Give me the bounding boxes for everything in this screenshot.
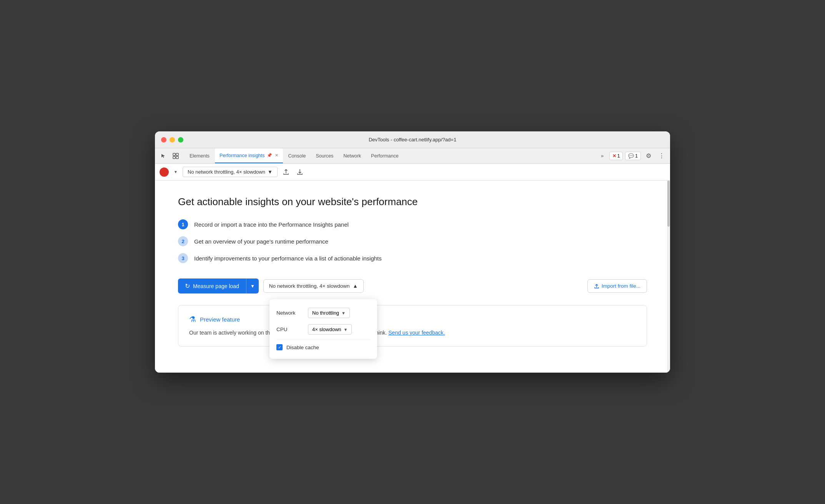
cursor-icon[interactable] [158,151,169,161]
error-icon: ✕ [612,153,616,159]
preview-feature-card: ⚗ Preview feature Our team is actively w… [178,305,647,346]
steps-list: 1 Record or import a trace into the Perf… [178,219,647,263]
network-arrow-icon: ▲ [353,283,358,289]
tabs-right-section: » ✕ 1 💬 1 ⚙ ⋮ [598,151,667,161]
step-number-3: 3 [178,253,188,263]
svg-rect-2 [173,156,175,159]
step-text-2: Get an overview of your page's runtime p… [194,238,328,245]
window-title: DevTools - coffee-cart.netlify.app/?ad=1 [369,137,456,143]
disable-cache-checkbox[interactable]: ✓ [276,344,283,350]
tab-close-icon[interactable]: ✕ [275,153,278,158]
svg-rect-3 [176,156,178,159]
step-item-2: 2 Get an overview of your page's runtime… [178,236,647,246]
toolbar-throttle-dropdown[interactable]: No network throttling, 4× slowdown ▼ [183,167,278,177]
throttle-popup: Network No throttling ▼ CPU 4× slowdown … [269,299,377,359]
network-select-arrow: ▼ [341,311,346,315]
titlebar: DevTools - coffee-cart.netlify.app/?ad=1 [155,131,670,148]
feedback-link[interactable]: Send us your feedback. [388,330,445,336]
preview-title: Preview feature [200,316,240,323]
main-content: Get actionable insights on your website'… [155,181,670,373]
svg-rect-0 [173,153,175,156]
measure-dropdown-button[interactable]: ▼ [246,279,259,293]
action-row: ↻ Measure page load ▼ No network throttl… [178,279,647,293]
measure-page-load-button[interactable]: ↻ Measure page load [178,279,246,293]
measure-arrow-icon: ▼ [250,284,255,289]
flask-icon: ⚗ [189,315,196,324]
pin-icon: 📌 [267,153,272,158]
toolbar-download-button[interactable] [294,167,305,177]
step-number-2: 2 [178,236,188,246]
step-item-1: 1 Record or import a trace into the Perf… [178,219,647,229]
import-from-file-button[interactable]: Import from file... [587,279,647,293]
toolbar-upload-button[interactable] [281,167,291,177]
window-controls [161,137,183,143]
network-select[interactable]: No throttling ▼ [308,308,350,318]
scrollbar-thumb[interactable] [667,181,670,227]
cpu-label: CPU [276,327,303,332]
tab-elements[interactable]: Elements [185,148,214,163]
more-tabs-button[interactable]: » [598,151,607,161]
record-button[interactable] [160,167,169,177]
step-item-3: 3 Identify improvements to your performa… [178,253,647,263]
more-options-button[interactable]: ⋮ [656,151,667,161]
preview-header: ⚗ Preview feature [189,315,636,324]
tab-network[interactable]: Network [339,148,366,163]
tab-performance-insights[interactable]: Performance insights 📌 ✕ [215,148,283,163]
tab-console[interactable]: Console [284,148,311,163]
tab-performance[interactable]: Performance [366,148,403,163]
svg-rect-1 [176,153,178,156]
network-row: Network No throttling ▼ [276,305,370,321]
cpu-row: CPU 4× slowdown ▼ [276,321,370,338]
step-text-3: Identify improvements to your performanc… [194,255,382,262]
measure-btn-group: ↻ Measure page load ▼ [178,279,259,293]
settings-button[interactable]: ⚙ [643,151,654,161]
scrollbar-track[interactable] [667,181,670,373]
main-heading: Get actionable insights on your website'… [178,196,647,208]
popup-divider [276,339,370,340]
refresh-icon: ↻ [185,282,190,290]
step-text-1: Record or import a trace into the Perfor… [194,221,349,228]
message-badge-button[interactable]: 💬 1 [625,152,641,160]
maximize-button[interactable] [178,137,183,143]
disable-cache-row: ✓ Disable cache [276,341,370,353]
network-label: Network [276,310,303,316]
record-dropdown-arrow[interactable]: ▼ [172,168,180,176]
devtools-tabbar: Elements Performance insights 📌 ✕ Consol… [155,148,670,164]
throttle-arrow-icon: ▼ [268,169,273,175]
tab-sources[interactable]: Sources [311,148,338,163]
inspect-icon[interactable] [170,151,181,161]
error-badge-button[interactable]: ✕ 1 [609,152,623,160]
preview-text: Our team is actively working on this fea… [189,328,636,337]
message-icon: 💬 [628,153,634,159]
minimize-button[interactable] [170,137,175,143]
step-number-1: 1 [178,219,188,229]
devtools-toolbar: ▼ No network throttling, 4× slowdown ▼ [155,164,670,181]
tab-icon-group [158,151,181,161]
cpu-select-arrow: ▼ [344,327,348,332]
close-button[interactable] [161,137,166,143]
cpu-select[interactable]: 4× slowdown ▼ [308,324,352,335]
network-throttle-dropdown[interactable]: No network throttling, 4× slowdown ▲ [263,279,364,293]
disable-cache-label: Disable cache [286,345,319,350]
devtools-window: DevTools - coffee-cart.netlify.app/?ad=1… [155,131,670,373]
